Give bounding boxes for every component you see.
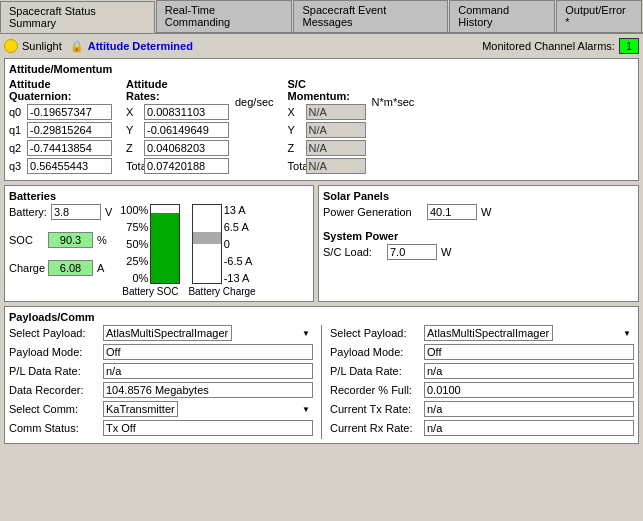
rate-total-label: Total [126, 160, 141, 172]
q3-label: q3 [9, 160, 24, 172]
divider [321, 325, 322, 439]
system-power-title: System Power [323, 230, 634, 242]
power-gen-label: Power Generation [323, 206, 423, 218]
right-recorder-full-input[interactable] [424, 382, 634, 398]
sc-x-input [306, 104, 366, 120]
sun-icon [4, 39, 18, 53]
left-comm-status-label: Comm Status: [9, 422, 99, 434]
left-select-payload-label: Select Payload: [9, 327, 99, 339]
right-rx-rate-input[interactable] [424, 420, 634, 436]
quaternion-group: AttitudeQuaternion: q0 q1 q2 q3 [9, 78, 112, 176]
power-gen-input[interactable] [427, 204, 477, 220]
soc-bar-wrapper [150, 204, 180, 284]
sc-load-w-label: W [441, 246, 451, 258]
q1-input[interactable] [27, 122, 112, 138]
charge-value-input[interactable] [48, 260, 93, 276]
power-gen-w-label: W [481, 206, 491, 218]
left-data-rate-label: P/L Data Rate: [9, 365, 99, 377]
tab-events[interactable]: Spacecraft Event Messages [293, 0, 448, 32]
right-payload-select-wrapper[interactable]: AtlasMultiSpectralImager [424, 325, 634, 341]
sc-total-input [306, 158, 366, 174]
deg-sec-label: deg/sec [235, 96, 274, 108]
rate-x-input[interactable] [144, 104, 229, 120]
sc-y-label: Y [288, 124, 303, 136]
q3-input[interactable] [27, 158, 112, 174]
right-rx-rate-label: Current Rx Rate: [330, 422, 420, 434]
lock-icon: 🔒 [70, 40, 84, 53]
payload-right-col: Select Payload: AtlasMultiSpectralImager… [330, 325, 634, 439]
sc-x-label: X [288, 106, 303, 118]
payloads-section: Payloads/Comm Select Payload: AtlasMulti… [4, 306, 639, 444]
right-data-rate-label: P/L Data Rate: [330, 365, 420, 377]
sc-z-label: Z [288, 142, 303, 154]
right-tx-rate-input[interactable] [424, 401, 634, 417]
system-power-group: System Power S/C Load: W [323, 230, 634, 260]
right-data-rate-input[interactable] [424, 363, 634, 379]
sc-total-label: Total [288, 160, 303, 172]
rate-total-input[interactable] [144, 158, 229, 174]
left-mode-input[interactable] [103, 344, 313, 360]
batteries-section: Batteries Battery: V SOC % Charge [4, 185, 314, 302]
left-select-comm-label: Select Comm: [9, 403, 99, 415]
rate-x-label: X [126, 106, 141, 118]
payload-left-col: Select Payload: AtlasMultiSpectralImager… [9, 325, 313, 439]
payloads-title: Payloads/Comm [9, 311, 634, 323]
right-payload-select[interactable]: AtlasMultiSpectralImager [424, 325, 553, 341]
alarm-count-badge: 1 [619, 38, 639, 54]
left-comm-status-input[interactable] [103, 420, 313, 436]
charge-bar-chart: 13 A 6.5 A 0 -6.5 A -13 A Battery Charge [188, 204, 255, 297]
rate-y-input[interactable] [144, 122, 229, 138]
percent-label: % [97, 234, 107, 246]
left-comm-select[interactable]: KaTransmitter [103, 401, 178, 417]
charge-bar-label: Battery Charge [188, 286, 255, 297]
right-recorder-full-label: Recorder % Full: [330, 384, 420, 396]
battery-value-input[interactable] [51, 204, 101, 220]
soc-bar-label: Battery SOC [122, 286, 178, 297]
soc-value-input[interactable] [48, 232, 93, 248]
monitored-alarms: Monitored Channel Alarms: 1 [482, 38, 639, 54]
tab-history[interactable]: Command History [449, 0, 555, 32]
left-payload-select[interactable]: AtlasMultiSpectralImager [103, 325, 232, 341]
left-payload-select-wrapper[interactable]: AtlasMultiSpectralImager [103, 325, 313, 341]
sc-load-input[interactable] [387, 244, 437, 260]
sc-z-input [306, 140, 366, 156]
charge-bar-fill [193, 232, 221, 244]
sc-momentum-group: S/CMomentum: X Y Z Total [288, 78, 366, 176]
battery-values: Battery: V SOC % Charge A [9, 204, 112, 280]
right-mode-input[interactable] [424, 344, 634, 360]
v-label: V [105, 206, 112, 218]
q0-input[interactable] [27, 104, 112, 120]
sunlight-status: Sunlight [4, 39, 62, 53]
rates-group: AttitudeRates: X Y Z Total [126, 78, 229, 176]
charge-label: Charge [9, 262, 44, 274]
a-label: A [97, 262, 104, 274]
soc-label: SOC [9, 234, 44, 246]
solar-panels-section: Solar Panels Power Generation W System P… [318, 185, 639, 302]
attitude-section-title: Attitude/Momentum [9, 63, 634, 75]
soc-bar-chart: 100% 75% 50% 25% 0% Battery SOC [120, 204, 180, 297]
q2-label: q2 [9, 142, 24, 154]
sc-y-input [306, 122, 366, 138]
rate-z-input[interactable] [144, 140, 229, 156]
left-comm-select-wrapper[interactable]: KaTransmitter [103, 401, 313, 417]
charge-bar-labels: 13 A 6.5 A 0 -6.5 A -13 A [222, 204, 253, 284]
tab-output[interactable]: Output/Error * [556, 0, 642, 32]
right-select-payload-label: Select Payload: [330, 327, 420, 339]
left-data-rate-input[interactable] [103, 363, 313, 379]
rate-y-label: Y [126, 124, 141, 136]
sc-load-label: S/C Load: [323, 246, 383, 258]
q2-input[interactable] [27, 140, 112, 156]
solar-panels-title: Solar Panels [323, 190, 634, 202]
tab-status[interactable]: Spacecraft Status Summary [0, 1, 155, 33]
rate-z-label: Z [126, 142, 141, 154]
soc-bar-labels: 100% 75% 50% 25% 0% [120, 204, 150, 284]
left-data-recorder-input[interactable] [103, 382, 313, 398]
n-m-sec-label: N*m*sec [372, 96, 415, 108]
q1-label: q1 [9, 124, 24, 136]
left-data-recorder-label: Data Recorder: [9, 384, 99, 396]
tab-commanding[interactable]: Real-Time Commanding [156, 0, 293, 32]
right-tx-rate-label: Current Tx Rate: [330, 403, 420, 415]
soc-bar-fill [151, 213, 179, 283]
charge-bar-wrapper [192, 204, 222, 284]
left-mode-label: Payload Mode: [9, 346, 99, 358]
